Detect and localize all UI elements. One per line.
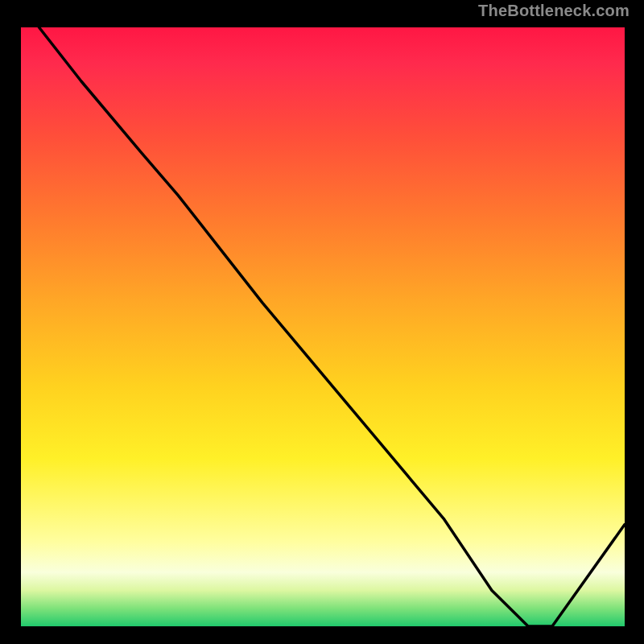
series-line: [21, 27, 625, 626]
chart-root: TheBottleneck.com: [0, 0, 644, 644]
plot-frame: [16, 23, 630, 631]
plot-area: [21, 27, 625, 626]
attribution-label: TheBottleneck.com: [478, 2, 630, 20]
